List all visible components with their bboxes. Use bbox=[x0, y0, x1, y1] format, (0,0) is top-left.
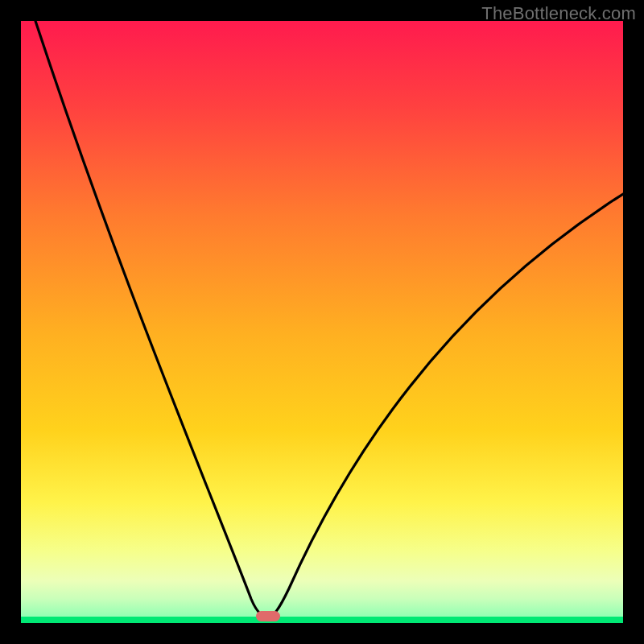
plot-area bbox=[21, 21, 623, 623]
bottleneck-plot-svg bbox=[21, 21, 623, 623]
gradient-background bbox=[21, 21, 623, 623]
chart-frame: TheBottleneck.com bbox=[0, 0, 644, 644]
green-baseline-band bbox=[21, 617, 623, 623]
vertex-marker bbox=[256, 611, 280, 621]
